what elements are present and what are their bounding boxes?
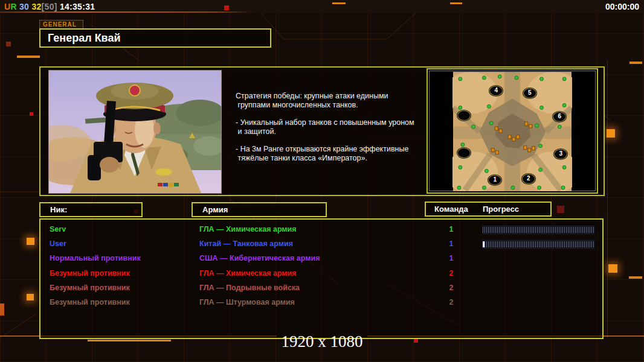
decor-dash <box>450 2 462 4</box>
progress-bar-head <box>483 241 485 247</box>
player-army: США — Кибернетическая армия <box>199 254 320 262</box>
player-team: 1 <box>445 254 457 262</box>
start-position-marker: 2 <box>522 174 535 184</box>
progress-bar <box>482 226 595 234</box>
status-token: 30 <box>17 2 29 11</box>
player-table-body: Serv ГЛА — Химическая армия 1 User Китай… <box>39 218 604 339</box>
general-name-title: Генерал Квай <box>39 28 271 48</box>
minimap: 456312 <box>452 72 572 191</box>
table-row: Нормальный противник США — Кибернетическ… <box>40 252 602 266</box>
match-timer: 00:00:00 <box>605 2 639 11</box>
player-army: ГЛА — Штурмовая армия <box>199 298 295 306</box>
header-progress: Прогресс <box>483 203 519 215</box>
status-underline <box>0 11 253 13</box>
status-readout: UR 30 32[50] 14:35:31 <box>4 2 95 11</box>
player-team: 2 <box>445 284 457 292</box>
decor-red-square <box>6 42 11 46</box>
player-army: ГЛА — Химическая армия <box>199 269 297 278</box>
player-nick: Безумный противник <box>50 284 130 292</box>
status-token: 14:35:31 <box>57 2 95 11</box>
decor-dash <box>332 2 346 4</box>
decor-orange-square <box>608 264 617 273</box>
player-nick: Нормальный противник <box>50 254 141 262</box>
player-army: Китай — Танковая армия <box>199 240 293 248</box>
general-description: Стратегия победы: крупные атаки едиными … <box>236 92 422 171</box>
decor-orange-square <box>607 129 615 138</box>
header-nick: Ник: <box>39 202 143 217</box>
decor-red-square <box>557 206 564 213</box>
status-token: 32 <box>29 2 41 11</box>
start-position-marker: 3 <box>554 149 567 159</box>
player-team: 1 <box>445 240 457 248</box>
progress-bar-ticks <box>483 227 594 233</box>
table-row: Безумный противник ГЛА — Подрывные войск… <box>40 281 602 296</box>
description-paragraph: - Уникальный набор танков с повышенным у… <box>236 118 422 136</box>
table-row: User Китай — Танковая армия 1 <box>40 237 602 252</box>
player-team: 2 <box>445 269 457 278</box>
minimap-terrain <box>452 72 572 191</box>
header-team-progress: Команда Прогресс <box>425 202 552 217</box>
status-token: [50] <box>42 2 57 11</box>
resolution-label: 1920 x 1080 <box>0 332 644 351</box>
general-portrait <box>48 70 222 194</box>
decor-dash <box>630 62 642 64</box>
background-accent-line <box>607 60 608 338</box>
minimap-frame: 456312 <box>429 71 596 191</box>
decor-orange-square <box>27 238 34 245</box>
general-tab-label: GENERAL <box>39 20 83 29</box>
game-loading-screen: UR 30 32[50] 14:35:31 00:00:00 GENERAL Г… <box>0 0 644 362</box>
decor-red-square <box>224 5 229 10</box>
table-row: Безумный противник ГЛА — Штурмовая армия… <box>40 296 602 310</box>
general-portrait-art <box>49 71 221 193</box>
status-token: U <box>4 2 10 11</box>
header-army: Армия <box>192 202 327 217</box>
player-team: 2 <box>445 298 457 306</box>
start-position-marker-empty <box>457 148 471 158</box>
header-team: Команда <box>434 203 468 215</box>
decor-dash <box>629 276 642 279</box>
start-position-marker: 5 <box>523 88 536 98</box>
description-paragraph: - На 3м Ранге открываются крайне эффекти… <box>236 145 422 163</box>
status-token: R <box>10 2 16 11</box>
start-position-marker: 4 <box>489 86 503 96</box>
player-nick: User <box>50 240 66 248</box>
description-paragraph: Стратегия победы: крупные атаки едиными … <box>236 92 422 110</box>
table-row: Безумный противник ГЛА — Химическая арми… <box>40 267 602 281</box>
decor-dash <box>17 56 40 58</box>
minimap-panel: 456312 <box>427 68 598 194</box>
player-nick: Безумный противник <box>50 298 130 306</box>
player-nick: Безумный противник <box>50 269 130 278</box>
decor-orange-square <box>27 294 34 300</box>
start-position-marker-empty <box>457 110 471 121</box>
decor-dash <box>0 303 4 316</box>
player-team: 1 <box>445 225 457 233</box>
player-army: ГЛА — Химическая армия <box>199 225 297 233</box>
table-row: Serv ГЛА — Химическая армия 1 <box>40 223 602 237</box>
progress-bar-ticks <box>483 241 594 247</box>
decor-red-square <box>30 112 33 116</box>
player-army: ГЛА — Подрывные войска <box>199 284 300 292</box>
player-nick: Serv <box>50 225 66 233</box>
progress-bar <box>482 240 595 249</box>
top-status-bar: UR 30 32[50] 14:35:31 00:00:00 <box>0 0 644 13</box>
